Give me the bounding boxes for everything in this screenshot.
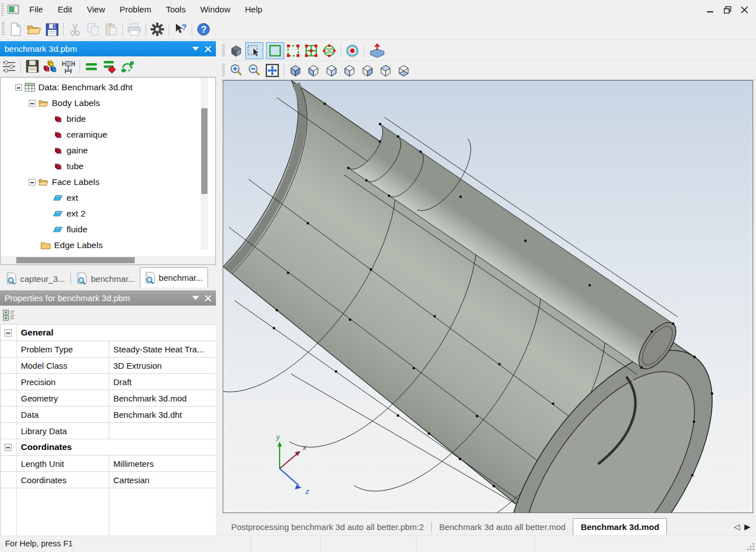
open-icon[interactable] [25, 21, 43, 38]
zoom-fit-icon[interactable] [263, 62, 281, 79]
prop-geometry[interactable]: GeometryBenchmark 3d.mod [1, 390, 216, 407]
axis-z-label: z [305, 487, 310, 496]
prop-data[interactable]: DataBenchmark 3d.dht [1, 407, 216, 423]
bodies-icon[interactable] [41, 58, 59, 75]
section-general[interactable]: General [1, 325, 216, 341]
select-sphere-icon[interactable] [320, 42, 338, 59]
extrusion-icon[interactable] [59, 58, 77, 75]
tree-panel-header[interactable]: benchmark 3d.pbm [0, 41, 216, 56]
menu-window[interactable]: Window [193, 0, 237, 19]
save-icon[interactable] [43, 21, 61, 38]
zoom-in-icon[interactable] [227, 62, 245, 79]
tree-item-gaine[interactable]: gaine [1, 143, 199, 158]
tree-item-data[interactable]: Data: Benchmark 3d.dht [1, 80, 199, 95]
equal-diamond-icon[interactable] [100, 58, 118, 75]
tree-item-ceramique[interactable]: ceramique [1, 127, 199, 143]
tree-vscrollbar[interactable] [201, 78, 208, 250]
settings-icon[interactable] [148, 21, 166, 38]
categorized-view-icon[interactable] [0, 307, 18, 324]
view-left-icon[interactable] [341, 62, 359, 79]
tree-panel-title: benchmark 3d.pbm [5, 44, 77, 54]
tree-item-tube[interactable]: tube [1, 158, 199, 174]
menu-file[interactable]: File [22, 0, 50, 19]
minimize-button[interactable] [702, 2, 719, 17]
model-canvas[interactable]: y x z [223, 81, 753, 513]
properties-panel-header[interactable]: Properties for benchmark 3d.pbm [0, 290, 216, 306]
prop-problem-type[interactable]: Problem TypeSteady-State Heat Tra... [1, 341, 216, 357]
select-grid-icon[interactable] [302, 42, 320, 59]
tab-benchmark-3d-mod[interactable]: Benchmark 3d.mod [573, 518, 667, 535]
select-arrow-icon[interactable] [245, 42, 263, 59]
menu-tools[interactable]: Tools [158, 0, 193, 19]
shaded-cube-icon[interactable] [227, 42, 245, 59]
tab-scroll-prev-icon[interactable]: ◁ [733, 522, 740, 531]
tree-item-edge-labels[interactable]: Edge Labels [1, 237, 199, 253]
svg-text:?: ? [201, 25, 207, 34]
prop-length-unit[interactable]: Length UnitMillimeters [1, 456, 216, 472]
menu-view[interactable]: View [79, 0, 112, 19]
statusbar: For Help, press F1 [0, 536, 756, 552]
face-icon [53, 225, 63, 234]
prop-model-class[interactable]: Model Class3D Extrusion [1, 357, 216, 374]
prop-coordinates[interactable]: CoordinatesCartesian [1, 472, 216, 488]
doc-tab-capteur[interactable]: capteur_3... [2, 270, 69, 288]
tree-item-bride[interactable]: bride [1, 111, 199, 127]
doc-tab-benchmark-2[interactable]: benchmar... [140, 267, 208, 288]
view-front-icon[interactable] [304, 62, 322, 79]
view-back-icon[interactable] [322, 62, 341, 79]
section-coordinates[interactable]: Coordinates [1, 439, 216, 456]
doc-tab-benchmark-1[interactable]: benchmar... [72, 270, 139, 288]
tree-item-ext[interactable]: ext [1, 190, 199, 206]
context-help-icon[interactable]: ? [171, 21, 189, 38]
resize-grip-icon[interactable] [746, 542, 755, 551]
new-icon[interactable] [7, 21, 25, 38]
tree-hscrollbar[interactable] [1, 256, 216, 264]
sync-icon[interactable] [118, 58, 136, 75]
menu-problem[interactable]: Problem [112, 0, 158, 19]
tree-item-body-labels[interactable]: Body Labels [1, 95, 199, 111]
tab-benchmark-auto[interactable]: Benchmark 3d auto all better.mod [432, 518, 573, 535]
target-icon[interactable] [343, 42, 361, 59]
status-help-text: For Help, press F1 [5, 539, 73, 548]
zoom-out-icon[interactable] [245, 62, 263, 79]
panel-splitter[interactable] [216, 40, 220, 536]
panel-close-icon[interactable] [205, 46, 211, 52]
view-right-icon[interactable] [359, 62, 377, 79]
select-polygon-icon[interactable] [284, 42, 302, 59]
toolbar-grip[interactable] [222, 64, 225, 77]
panel-menu-icon[interactable] [192, 296, 199, 300]
tree-item-ext-2[interactable]: ext 2 [1, 206, 199, 222]
collapse-icon[interactable] [15, 84, 22, 91]
panel-close-icon[interactable] [205, 295, 211, 302]
tab-scroll-next-icon[interactable]: ▶ [744, 522, 750, 531]
collapse-icon[interactable] [29, 100, 36, 107]
tab-postprocessing[interactable]: Postprocessing benchmark 3d auto all bet… [224, 518, 431, 535]
close-button[interactable] [736, 2, 753, 17]
panel-menu-icon[interactable] [192, 47, 199, 51]
view-bottom-icon[interactable] [395, 62, 413, 79]
collapse-icon[interactable] [5, 329, 12, 337]
help-icon[interactable]: ? [194, 21, 213, 38]
restore-button[interactable] [719, 2, 736, 17]
view-top-icon[interactable] [377, 62, 395, 79]
collapse-icon[interactable] [5, 444, 12, 451]
tree-item-face-labels[interactable]: Face Labels [1, 174, 199, 190]
body-cube-icon [53, 146, 63, 155]
options-sliders-icon[interactable] [0, 58, 18, 75]
view-iso-icon[interactable] [286, 62, 304, 79]
select-window-icon[interactable] [266, 42, 284, 59]
import-extrude-icon[interactable] [366, 42, 388, 59]
collapse-icon[interactable] [29, 179, 36, 186]
menu-edit[interactable]: Edit [50, 0, 79, 19]
model-viewport[interactable]: y x z [223, 80, 753, 513]
body-cube-icon [53, 162, 63, 171]
save-data-icon[interactable] [23, 58, 41, 75]
tree-item-fluide[interactable]: fluide [1, 222, 199, 237]
equal-icon[interactable] [82, 58, 100, 75]
toolbar-grip[interactable] [222, 44, 225, 58]
toolbar-grip[interactable] [2, 23, 5, 36]
prop-precision[interactable]: PrecisionDraft [1, 374, 216, 390]
app-icon[interactable] [7, 4, 20, 15]
prop-library-data[interactable]: Library Data [1, 423, 216, 439]
menu-help[interactable]: Help [238, 0, 270, 19]
